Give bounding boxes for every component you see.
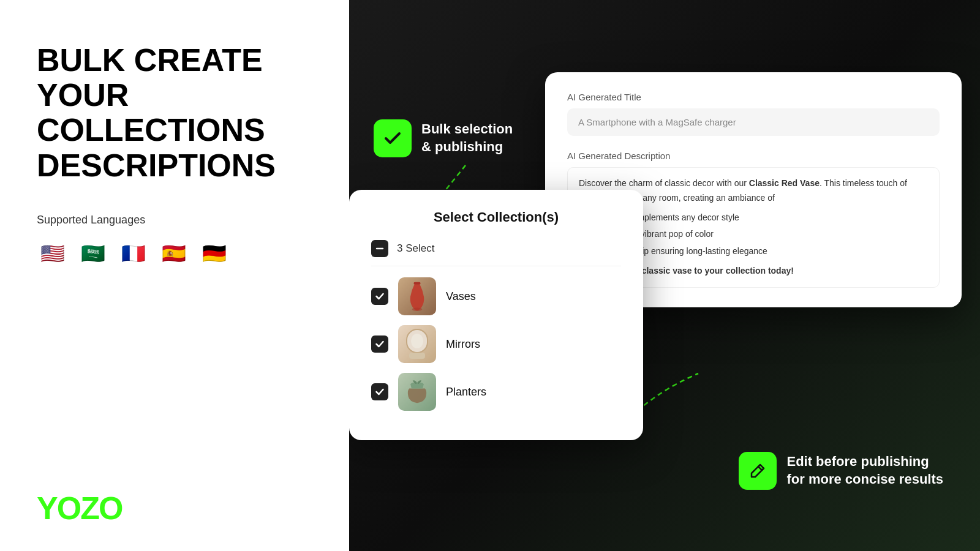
right-panel: Bulk selection & publishing Select Colle… bbox=[349, 0, 980, 551]
svg-point-2 bbox=[412, 308, 423, 312]
collection-item-vases[interactable]: Vases bbox=[371, 277, 621, 315]
mirrors-thumbnail bbox=[398, 325, 436, 363]
ai-title-field[interactable]: A Smartphone with a MagSafe charger bbox=[567, 108, 940, 136]
us-flag: 🇺🇸 bbox=[37, 238, 69, 269]
collection-card: Select Collection(s) 3 Select bbox=[349, 190, 643, 440]
left-panel: BULK CREATE YOUR COLLECTIONS DESCRIPTION… bbox=[0, 0, 349, 551]
bulk-selection-text: Bulk selection & publishing bbox=[421, 121, 513, 156]
logo: YOZO bbox=[37, 490, 122, 527]
svg-point-5 bbox=[411, 334, 423, 348]
ai-title-value: A Smartphone with a MagSafe charger bbox=[578, 117, 736, 127]
collection-item-planters[interactable]: Planters bbox=[371, 373, 621, 411]
planters-label: Planters bbox=[446, 386, 486, 399]
planters-checkbox[interactable] bbox=[371, 383, 388, 400]
bulk-selection-badge: Bulk selection & publishing bbox=[374, 119, 513, 157]
mirrors-label: Mirrors bbox=[446, 338, 480, 351]
sa-flag: 🇸🇦 bbox=[77, 238, 109, 269]
mirrors-checkbox[interactable] bbox=[371, 335, 388, 353]
ai-desc-label: AI Generated Description bbox=[567, 151, 940, 161]
minus-checkbox[interactable] bbox=[371, 240, 388, 257]
svg-rect-1 bbox=[413, 282, 420, 285]
bulk-checkbox-icon bbox=[374, 119, 412, 157]
svg-rect-4 bbox=[409, 353, 425, 359]
vases-checkbox[interactable] bbox=[371, 288, 388, 305]
ai-desc-bold: Classic Red Vase bbox=[749, 178, 820, 188]
de-flag: 🇩🇪 bbox=[198, 238, 230, 269]
vases-thumbnail bbox=[398, 277, 436, 315]
ai-desc-intro: Discover the charm of classic decor with… bbox=[579, 178, 749, 188]
edit-icon bbox=[739, 452, 777, 490]
main-title: BULK CREATE YOUR COLLECTIONS DESCRIPTION… bbox=[37, 43, 312, 183]
edit-badge: Edit before publishing for more concise … bbox=[739, 452, 943, 490]
es-flag: 🇪🇸 bbox=[158, 238, 190, 269]
fr-flag: 🇫🇷 bbox=[118, 238, 149, 269]
collection-item-mirrors[interactable]: Mirrors bbox=[371, 325, 621, 363]
vases-label: Vases bbox=[446, 290, 476, 303]
planters-thumbnail bbox=[398, 373, 436, 411]
flags-row: 🇺🇸 🇸🇦 🇫🇷 🇪🇸 🇩🇪 bbox=[37, 238, 312, 269]
collection-card-title: Select Collection(s) bbox=[371, 209, 621, 225]
select-all-label: 3 Select bbox=[397, 242, 434, 255]
supported-languages-label: Supported Languages bbox=[37, 214, 312, 227]
edit-badge-text: Edit before publishing for more concise … bbox=[786, 453, 943, 488]
select-all-row[interactable]: 3 Select bbox=[371, 240, 621, 266]
ai-title-label: AI Generated Title bbox=[567, 92, 940, 102]
